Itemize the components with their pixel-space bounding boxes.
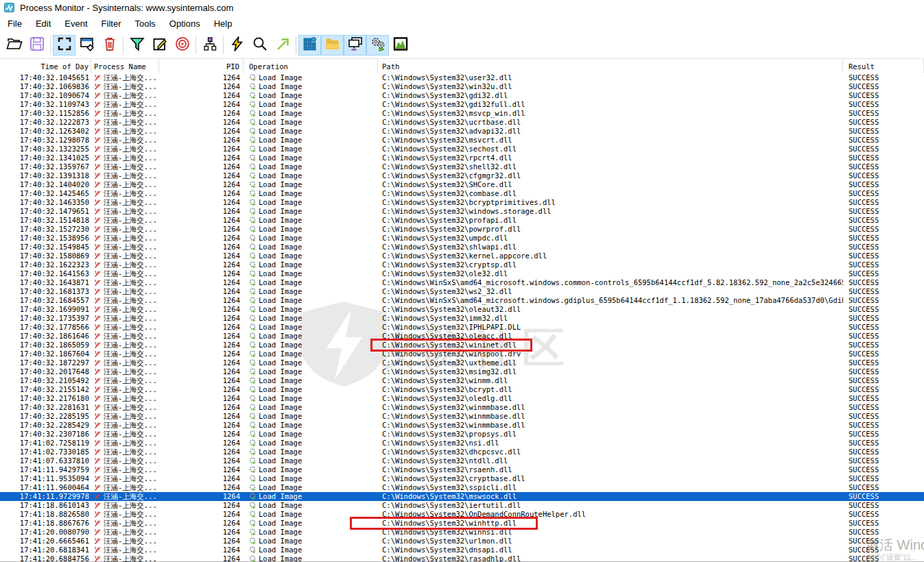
table-row[interactable]: 17:40:32.2281631 汪涵-上海交... 1264 Load Ima…	[0, 403, 924, 412]
row-pid: 1264	[159, 180, 244, 189]
capture-toggle-button[interactable]	[53, 35, 75, 56]
clear-button[interactable]	[98, 35, 121, 56]
save-button[interactable]	[25, 35, 48, 56]
row-path-label: C:\Windows\System32\win32u.dll	[382, 82, 512, 91]
menu-options[interactable]: Options	[163, 16, 207, 31]
table-row[interactable]: 17:40:32.1425465 汪涵-上海交... 1264 Load Ima…	[0, 189, 924, 198]
row-path: C:\Windows\System32\winspool.drv	[378, 350, 843, 358]
table-row[interactable]: 17:40:32.1699091 汪涵-上海交... 1264 Load Ima…	[0, 305, 924, 314]
find-button[interactable]	[248, 35, 271, 56]
table-row[interactable]: 17:41:07.6337810 汪涵-上海交... 1264 Load Ima…	[0, 456, 924, 465]
table-row[interactable]: 17:41:11.9600464 汪涵-上海交... 1264 Load Ima…	[0, 483, 924, 492]
table-row[interactable]: 17:40:32.1735397 汪涵-上海交... 1264 Load Ima…	[0, 314, 924, 323]
table-row[interactable]: 17:40:32.1514818 汪涵-上海交... 1264 Load Ima…	[0, 216, 924, 225]
column-header-pid[interactable]: PID	[159, 59, 244, 73]
table-row[interactable]: 17:40:32.1404020 汪涵-上海交... 1264 Load Ima…	[0, 180, 924, 189]
table-row[interactable]: 17:40:32.1865059 汪涵-上海交... 1264 Load Ima…	[0, 341, 924, 350]
filter-button[interactable]	[126, 35, 148, 56]
row-time: 17:40:32.1580869	[0, 252, 91, 260]
table-row[interactable]: 17:41:02.7330185 汪涵-上海交... 1264 Load Ima…	[0, 448, 924, 456]
highlight-button[interactable]	[148, 35, 171, 56]
table-row[interactable]: 17:41:18.8610143 汪涵-上海交... 1264 Load Ima…	[0, 501, 924, 510]
menu-file[interactable]: File	[1, 16, 29, 31]
table-row[interactable]: 17:40:32.1391318 汪涵-上海交... 1264 Load Ima…	[0, 171, 924, 180]
table-row[interactable]: 17:40:32.1549845 汪涵-上海交... 1264 Load Ima…	[0, 243, 924, 252]
menu-tools[interactable]: Tools	[128, 16, 163, 31]
include-process-button[interactable]	[171, 35, 193, 56]
table-row[interactable]: 17:41:02.7258119 汪涵-上海交... 1264 Load Ima…	[0, 439, 924, 448]
table-row[interactable]: 17:40:32.2155142 汪涵-上海交... 1264 Load Ima…	[0, 385, 924, 394]
menu-help[interactable]: Help	[207, 16, 239, 31]
table-row[interactable]: 17:40:32.1263402 汪涵-上海交... 1264 Load Ima…	[0, 127, 924, 136]
table-row[interactable]: 17:40:32.1359767 汪涵-上海交... 1264 Load Ima…	[0, 162, 924, 171]
table-row[interactable]: 17:40:32.2285195 汪涵-上海交... 1264 Load Ima…	[0, 412, 924, 421]
table-row[interactable]: 17:41:11.9729978 汪涵-上海交... 1264 Load Ima…	[0, 492, 924, 501]
table-row[interactable]: 17:40:32.1298078 汪涵-上海交... 1264 Load Ima…	[0, 136, 924, 145]
table-row[interactable]: 17:41:11.9429759 汪涵-上海交... 1264 Load Ima…	[0, 465, 924, 474]
table-row[interactable]: 17:41:20.6884756 汪涵-上海交... 1264 Load Ima…	[0, 554, 924, 562]
table-row[interactable]: 17:40:32.2285429 汪涵-上海交... 1264 Load Ima…	[0, 421, 924, 430]
menu-edit[interactable]: Edit	[29, 16, 58, 31]
jump-to-button[interactable]	[271, 35, 294, 56]
table-row[interactable]: 17:40:32.1323255 汪涵-上海交... 1264 Load Ima…	[0, 145, 924, 154]
table-row[interactable]: 17:41:20.6818341 汪涵-上海交... 1264 Load Ima…	[0, 546, 924, 554]
row-process-name: 汪涵-上海交...	[104, 350, 157, 358]
table-row[interactable]: 17:40:32.1069836 汪涵-上海交... 1264 Load Ima…	[0, 82, 924, 91]
row-operation: Load Image	[244, 73, 378, 82]
table-row[interactable]: 17:40:32.2105492 汪涵-上海交... 1264 Load Ima…	[0, 376, 924, 385]
column-header-result[interactable]: Result	[843, 59, 924, 73]
table-row[interactable]: 17:40:32.1778566 汪涵-上海交... 1264 Load Ima…	[0, 323, 924, 332]
table-row[interactable]: 17:41:18.8826580 汪涵-上海交... 1264 Load Ima…	[0, 510, 924, 519]
table-row[interactable]: 17:40:32.1527230 汪涵-上海交... 1264 Load Ima…	[0, 225, 924, 234]
process-tree-button[interactable]	[198, 35, 221, 56]
table-row[interactable]: 17:40:32.1538956 汪涵-上海交... 1264 Load Ima…	[0, 234, 924, 243]
table-row[interactable]: 17:40:32.1045651 汪涵-上海交... 1264 Load Ima…	[0, 73, 924, 82]
column-header-process[interactable]: Process Name	[91, 59, 159, 73]
show-filesystem-button[interactable]	[321, 35, 344, 56]
row-result: SUCCESS	[843, 278, 924, 287]
table-row[interactable]: 17:40:32.1580869 汪涵-上海交... 1264 Load Ima…	[0, 252, 924, 260]
table-row[interactable]: 17:40:32.1684557 汪涵-上海交... 1264 Load Ima…	[0, 296, 924, 305]
table-row[interactable]: 17:40:32.1867604 汪涵-上海交... 1264 Load Ima…	[0, 350, 924, 358]
autoscroll-button[interactable]	[75, 35, 98, 56]
show-profiling-button[interactable]	[389, 35, 412, 56]
table-row[interactable]: 17:40:32.1479651 汪涵-上海交... 1264 Load Ima…	[0, 207, 924, 216]
table-row[interactable]: 17:40:32.2017648 汪涵-上海交... 1264 Load Ima…	[0, 367, 924, 376]
row-time: 17:40:32.1778566	[0, 323, 91, 332]
table-row[interactable]: 17:40:32.1152856 汪涵-上海交... 1264 Load Ima…	[0, 109, 924, 118]
show-registry-button[interactable]	[298, 35, 321, 56]
table-row[interactable]: 17:40:32.1681373 汪涵-上海交... 1264 Load Ima…	[0, 287, 924, 296]
show-process-button[interactable]	[366, 35, 389, 56]
table-row[interactable]: 17:40:32.1643871 汪涵-上海交... 1264 Load Ima…	[0, 278, 924, 287]
table-row[interactable]: 17:41:20.6665461 汪涵-上海交... 1264 Load Ima…	[0, 537, 924, 546]
table-row[interactable]: 17:40:32.2307186 汪涵-上海交... 1264 Load Ima…	[0, 430, 924, 439]
row-result: SUCCESS	[843, 483, 924, 492]
table-row[interactable]: 17:40:32.1872297 汪涵-上海交... 1264 Load Ima…	[0, 358, 924, 367]
row-operation: Load Image	[244, 109, 378, 118]
row-process-name: 汪涵-上海交...	[104, 171, 157, 180]
row-process: 汪涵-上海交...	[91, 528, 159, 537]
table-row[interactable]: 17:40:32.1341025 汪涵-上海交... 1264 Load Ima…	[0, 154, 924, 162]
process-icon	[94, 323, 102, 331]
table-row[interactable]: 17:40:32.2176180 汪涵-上海交... 1264 Load Ima…	[0, 394, 924, 403]
table-row[interactable]: 17:40:32.1109743 汪涵-上海交... 1264 Load Ima…	[0, 100, 924, 109]
table-row[interactable]: 17:40:32.1463350 汪涵-上海交... 1264 Load Ima…	[0, 198, 924, 207]
open-button[interactable]	[3, 35, 25, 56]
row-result: SUCCESS	[843, 474, 924, 483]
table-row[interactable]: 17:40:32.1622323 汪涵-上海交... 1264 Load Ima…	[0, 260, 924, 269]
menu-event[interactable]: Event	[58, 16, 94, 31]
column-header-operation[interactable]: Operation	[244, 59, 378, 73]
event-properties-button[interactable]	[226, 35, 248, 56]
column-header-path[interactable]: Path	[378, 59, 843, 73]
table-row[interactable]: 17:40:32.1222873 汪涵-上海交... 1264 Load Ima…	[0, 118, 924, 127]
table-row[interactable]: 17:41:11.9535094 汪涵-上海交... 1264 Load Ima…	[0, 474, 924, 483]
column-header-time[interactable]: Time of Day	[0, 59, 91, 73]
menu-filter[interactable]: Filter	[95, 16, 128, 31]
table-row[interactable]: 17:40:32.1090674 汪涵-上海交... 1264 Load Ima…	[0, 91, 924, 100]
table-row[interactable]: 17:41:20.0080790 汪涵-上海交... 1264 Load Ima…	[0, 528, 924, 537]
table-row[interactable]: 17:40:32.1641563 汪涵-上海交... 1264 Load Ima…	[0, 269, 924, 278]
show-network-button[interactable]	[344, 35, 366, 56]
table-row[interactable]: 17:40:32.1861646 汪涵-上海交... 1264 Load Ima…	[0, 332, 924, 341]
table-row[interactable]: 17:41:18.8867676 汪涵-上海交... 1264 Load Ima…	[0, 519, 924, 528]
row-result: SUCCESS	[843, 260, 924, 269]
